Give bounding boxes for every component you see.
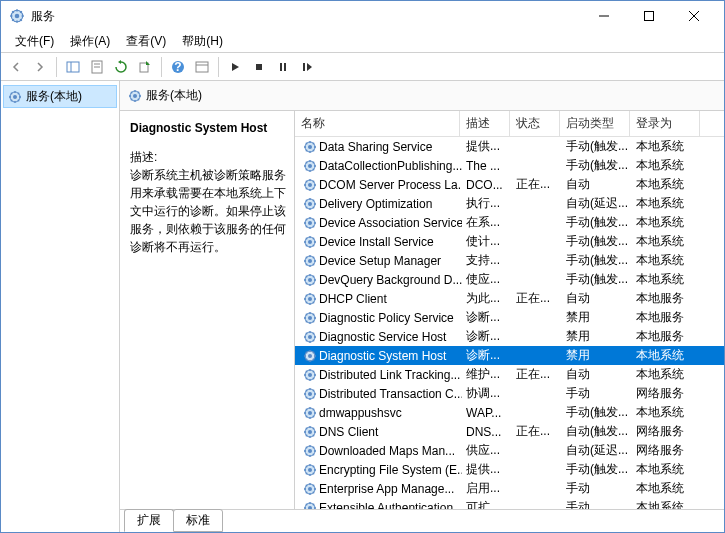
- service-logon: 网络服务: [632, 423, 702, 440]
- service-list[interactable]: 名称 描述 状态 启动类型 登录为 Data Sharing Service提供…: [295, 111, 724, 509]
- service-desc: DNS...: [462, 425, 512, 439]
- tree-root-item[interactable]: 服务(本地): [3, 85, 117, 108]
- service-row[interactable]: Diagnostic Service Host诊断...禁用本地服务: [295, 327, 724, 346]
- col-name[interactable]: 名称: [295, 111, 460, 136]
- detail-panel: Diagnostic System Host 描述: 诊断系统主机被诊断策略服务…: [120, 111, 295, 509]
- col-start[interactable]: 启动类型: [560, 111, 630, 136]
- properties-button[interactable]: [86, 56, 108, 78]
- maximize-button[interactable]: [626, 2, 671, 31]
- service-logon: 本地服务: [632, 309, 702, 326]
- service-logon: 本地系统: [632, 214, 702, 231]
- menu-view[interactable]: 查看(V): [118, 31, 174, 52]
- svg-rect-14: [280, 63, 282, 71]
- forward-button[interactable]: [29, 56, 51, 78]
- service-name: DNS Client: [319, 425, 378, 439]
- service-logon: 本地系统: [632, 233, 702, 250]
- service-logon: 本地系统: [632, 176, 702, 193]
- col-logon[interactable]: 登录为: [630, 111, 700, 136]
- tree-panel: 服务(本地): [1, 81, 120, 532]
- service-row[interactable]: Distributed Link Tracking...维护...正在...自动…: [295, 365, 724, 384]
- gear-icon: [303, 349, 317, 363]
- start-service-button[interactable]: [224, 56, 246, 78]
- service-name: DCOM Server Process La...: [319, 178, 462, 192]
- service-row[interactable]: dmwappushsvcWAP...手动(触发...本地系统: [295, 403, 724, 422]
- service-start: 手动(触发...: [562, 252, 632, 269]
- service-row[interactable]: Data Sharing Service提供...手动(触发...本地系统: [295, 137, 724, 156]
- service-row[interactable]: DCOM Server Process La...DCO...正在...自动本地…: [295, 175, 724, 194]
- menu-bar: 文件(F) 操作(A) 查看(V) 帮助(H): [1, 31, 724, 53]
- service-name: dmwappushsvc: [319, 406, 402, 420]
- show-hide-button[interactable]: [62, 56, 84, 78]
- gear-icon: [303, 178, 317, 192]
- gear-icon: [303, 311, 317, 325]
- service-row[interactable]: Extensible Authentication...可扩...手动本地系统: [295, 498, 724, 509]
- service-start: 自动(触发...: [562, 423, 632, 440]
- service-start: 自动: [562, 290, 632, 307]
- service-row[interactable]: Diagnostic Policy Service诊断...禁用本地服务: [295, 308, 724, 327]
- close-button[interactable]: [671, 2, 716, 31]
- service-row[interactable]: Device Association Service在系...手动(触发...本…: [295, 213, 724, 232]
- col-desc[interactable]: 描述: [460, 111, 510, 136]
- service-desc: 提供...: [462, 461, 512, 478]
- service-desc: 执行...: [462, 195, 512, 212]
- service-start: 手动(触发...: [562, 157, 632, 174]
- menu-help[interactable]: 帮助(H): [174, 31, 231, 52]
- tab-extended[interactable]: 扩展: [124, 509, 174, 532]
- service-row[interactable]: Delivery Optimization执行...自动(延迟...本地系统: [295, 194, 724, 213]
- service-name: Data Sharing Service: [319, 140, 432, 154]
- service-start: 自动(延迟...: [562, 195, 632, 212]
- export-button[interactable]: [134, 56, 156, 78]
- stop-service-button[interactable]: [248, 56, 270, 78]
- gear-icon: [303, 216, 317, 230]
- service-desc: 可扩...: [462, 499, 512, 509]
- service-name: Distributed Transaction C...: [319, 387, 462, 401]
- service-start: 自动: [562, 366, 632, 383]
- gear-icon: [8, 90, 22, 104]
- pause-service-button[interactable]: [272, 56, 294, 78]
- service-row[interactable]: Encrypting File System (E...提供...手动(触发..…: [295, 460, 724, 479]
- menu-action[interactable]: 操作(A): [62, 31, 118, 52]
- service-logon: 本地服务: [632, 328, 702, 345]
- service-row[interactable]: Device Install Service使计...手动(触发...本地系统: [295, 232, 724, 251]
- service-start: 手动(触发...: [562, 404, 632, 421]
- list-header: 名称 描述 状态 启动类型 登录为: [295, 111, 724, 137]
- service-name: Device Install Service: [319, 235, 434, 249]
- service-desc: WAP...: [462, 406, 512, 420]
- menu-file[interactable]: 文件(F): [7, 31, 62, 52]
- service-row[interactable]: DHCP Client为此...正在...自动本地服务: [295, 289, 724, 308]
- service-desc: 支持...: [462, 252, 512, 269]
- service-name: Extensible Authentication...: [319, 501, 462, 510]
- service-name: DHCP Client: [319, 292, 387, 306]
- service-row[interactable]: DevQuery Background D...使应...手动(触发...本地系…: [295, 270, 724, 289]
- service-name: Distributed Link Tracking...: [319, 368, 460, 382]
- service-row[interactable]: DNS ClientDNS...正在...自动(触发...网络服务: [295, 422, 724, 441]
- tab-standard[interactable]: 标准: [173, 509, 223, 532]
- service-row[interactable]: Downloaded Maps Man...供应...自动(延迟...网络服务: [295, 441, 724, 460]
- svg-rect-13: [256, 64, 262, 70]
- service-desc: The ...: [462, 159, 512, 173]
- restart-service-button[interactable]: [296, 56, 318, 78]
- service-status: 正在...: [512, 290, 562, 307]
- service-row[interactable]: Device Setup Manager支持...手动(触发...本地系统: [295, 251, 724, 270]
- service-row[interactable]: Enterprise App Manage...启用...手动本地系统: [295, 479, 724, 498]
- service-desc: 使应...: [462, 271, 512, 288]
- gear-icon: [303, 444, 317, 458]
- service-start: 手动(触发...: [562, 138, 632, 155]
- service-name: Diagnostic Service Host: [319, 330, 446, 344]
- refresh-button[interactable]: [110, 56, 132, 78]
- help-button[interactable]: ?: [167, 56, 189, 78]
- gear-icon: [303, 273, 317, 287]
- service-desc: 使计...: [462, 233, 512, 250]
- col-status[interactable]: 状态: [510, 111, 560, 136]
- service-row[interactable]: Distributed Transaction C...协调...手动网络服务: [295, 384, 724, 403]
- service-status: 正在...: [512, 366, 562, 383]
- service-logon: 本地系统: [632, 138, 702, 155]
- service-name: DevQuery Background D...: [319, 273, 462, 287]
- service-row[interactable]: DataCollectionPublishing...The ...手动(触发.…: [295, 156, 724, 175]
- service-row[interactable]: Diagnostic System Host诊断...禁用本地系统: [295, 346, 724, 365]
- minimize-button[interactable]: [581, 2, 626, 31]
- tab-strip: 扩展 标准: [120, 510, 724, 532]
- action-button[interactable]: [191, 56, 213, 78]
- service-desc: 诊断...: [462, 309, 512, 326]
- back-button[interactable]: [5, 56, 27, 78]
